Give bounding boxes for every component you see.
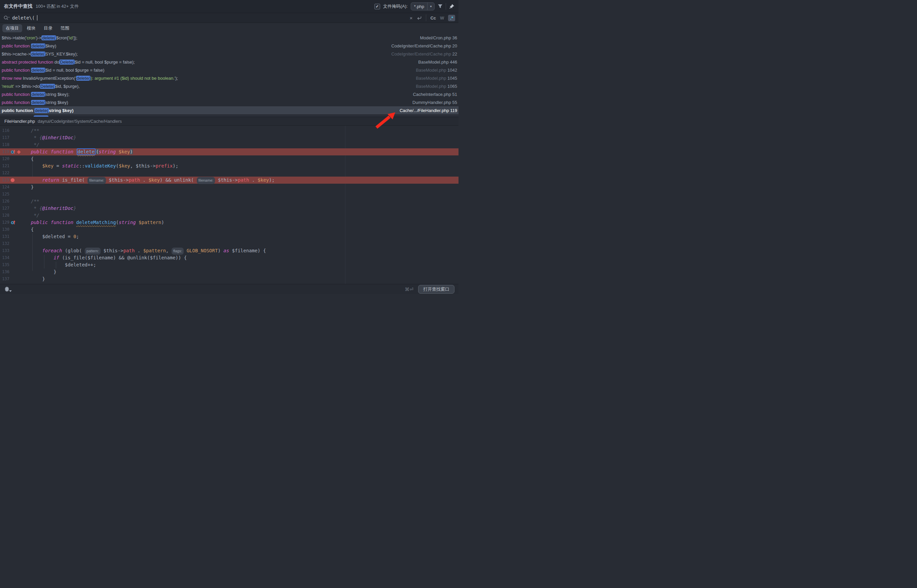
result-file-reference: BaseModel.php 1045 xyxy=(416,76,457,81)
scope-tab-3[interactable]: 目录 xyxy=(40,24,56,32)
file-mask-label: 文件掩码(A): xyxy=(383,3,408,10)
gutter-icons[interactable] xyxy=(10,219,16,226)
code-line: 123 return is_file( filename: $this->pat… xyxy=(0,177,458,184)
search-result-row[interactable]: public function delete(string $key)Cache… xyxy=(0,106,458,115)
scope-tab-2[interactable]: 模块 xyxy=(24,24,39,32)
line-number: 129 xyxy=(0,219,10,226)
dialog-title: 在文件中查找 xyxy=(4,3,32,10)
match-highlight: delete( xyxy=(76,76,91,81)
search-result-row[interactable]: 'result' => $this->doDelete($id, $purge)… xyxy=(0,82,458,90)
pin-icon[interactable] xyxy=(449,4,454,9)
chevron-down-icon[interactable]: ▼ xyxy=(428,5,434,8)
whole-words-toggle[interactable]: W xyxy=(440,16,444,21)
code-editor-preview[interactable]: 116 /**117 * {@inheritDoc}118 */119 publ… xyxy=(0,126,458,284)
code-line: 127 * {@inheritDoc} xyxy=(0,205,458,212)
line-number: 125 xyxy=(0,191,10,198)
result-file-reference: Model/Cron.php 36 xyxy=(420,36,457,40)
search-bar: delete\( × Cc W .* xyxy=(0,13,458,23)
result-file-reference: DummyHandler.php 55 xyxy=(412,100,457,105)
file-mask-checkbox[interactable]: ✓ xyxy=(375,4,380,10)
scope-tab-1[interactable]: 在项目 xyxy=(2,24,22,32)
search-results-list: $this->table('cron')->delete($cron['id']… xyxy=(0,34,458,117)
code-line: 121 $key = static::validateKey($key, $th… xyxy=(0,163,458,170)
gutter-icons[interactable] xyxy=(10,177,15,184)
file-mask-combo[interactable]: *.php ▼ xyxy=(411,2,434,10)
insert-newline-icon[interactable] xyxy=(417,16,422,20)
code-line: 122 xyxy=(0,170,458,177)
code-line: 116 /** xyxy=(0,127,458,134)
line-number: 128 xyxy=(0,212,10,219)
code-line: 128 */ xyxy=(0,212,458,219)
code-line: 120 { xyxy=(0,155,458,163)
result-file-reference: BaseModel.php 446 xyxy=(418,60,457,65)
line-number: 117 xyxy=(0,134,10,141)
clear-search-icon[interactable]: × xyxy=(410,16,413,21)
line-number: 132 xyxy=(0,240,10,247)
search-result-row[interactable]: public function delete(string $key)Dummy… xyxy=(0,98,458,106)
match-highlight: delete( xyxy=(31,92,46,97)
match-summary: 100+ 匹配 in 42+ 文件 xyxy=(36,3,79,10)
code-line: 132 xyxy=(0,240,458,247)
line-number: 130 xyxy=(0,226,10,233)
code-line: 119 public function delete(string $key) xyxy=(0,149,458,155)
line-number: 135 xyxy=(0,262,10,268)
search-result-row[interactable]: throw new InvalidArgumentException('dele… xyxy=(0,74,458,82)
code-line: 130 { xyxy=(0,226,458,233)
preview-file-path: dayrui/CodeIgniter/System/Cache/Handlers xyxy=(38,119,122,124)
line-number: 137 xyxy=(0,276,10,283)
match-highlight: delete( xyxy=(31,44,46,48)
match-highlight: delete( xyxy=(41,36,56,40)
code-line: 137 } xyxy=(0,276,458,283)
search-result-row[interactable]: public function delete(string $key);Cach… xyxy=(0,90,458,98)
editor-match-occurrence: delete xyxy=(78,149,95,154)
search-result-row[interactable]: $this->table('cron')->delete($cron['id']… xyxy=(0,34,458,42)
line-number: 123 xyxy=(0,177,10,184)
regex-toggle[interactable]: .* xyxy=(448,15,455,21)
line-number: 121 xyxy=(0,163,10,170)
line-number: 116 xyxy=(0,127,10,134)
preview-file-header: FileHandler.php dayrui/CodeIgniter/Syste… xyxy=(0,117,458,126)
find-in-files-header: 在文件中查找 100+ 匹配 in 42+ 文件 ✓ 文件掩码(A): *.ph… xyxy=(0,0,458,13)
line-number: 124 xyxy=(0,184,10,191)
gear-icon[interactable] xyxy=(4,286,12,292)
text-caret xyxy=(37,15,37,21)
code-line: 131 $deleted = 0; xyxy=(0,233,458,240)
line-number: 122 xyxy=(0,170,10,177)
result-file-reference: CodeIgniter/Extend/Cache.php 22 xyxy=(391,52,457,57)
match-highlight: Delete( xyxy=(59,60,75,65)
match-highlight: Delete( xyxy=(40,84,55,89)
result-file-reference: BaseModel.php 1042 xyxy=(416,68,457,73)
match-highlight: delete( xyxy=(31,68,46,73)
code-line: 135 $deleted++; xyxy=(0,262,458,268)
search-result-row[interactable]: public function delete($id = null, bool … xyxy=(0,66,458,74)
match-highlight: delete( xyxy=(31,52,45,57)
override-method-icon xyxy=(10,149,16,154)
dialog-footer: ⌘⏎ 打开查找窗口 xyxy=(0,284,458,294)
line-number: 126 xyxy=(0,198,10,205)
match-case-toggle[interactable]: Cc xyxy=(430,16,436,21)
code-line: 118 */ xyxy=(0,141,458,149)
search-result-row[interactable]: abstract protected function doDelete($id… xyxy=(0,58,458,66)
search-result-row[interactable]: $this->cache->delete(SYS_KEY.$key);CodeI… xyxy=(0,50,458,58)
code-line: 126 /** xyxy=(0,198,458,205)
code-line: 124 } xyxy=(0,184,458,191)
line-number: 133 xyxy=(0,247,10,254)
code-line: 125 xyxy=(0,191,458,198)
line-number: 120 xyxy=(0,155,10,163)
match-highlight: delete( xyxy=(34,108,49,113)
search-result-row[interactable]: public function delete($key)CodeIgniter/… xyxy=(0,42,458,50)
search-icon[interactable] xyxy=(3,15,10,21)
code-line: 129 public function deleteMatching(strin… xyxy=(0,219,458,226)
filter-icon[interactable] xyxy=(438,4,443,9)
code-line: 134 if (is_file($filename) && @unlink($f… xyxy=(0,254,458,262)
search-input[interactable]: delete\( xyxy=(12,15,35,21)
line-number: 136 xyxy=(0,268,10,276)
scope-tab-4[interactable]: 范围 xyxy=(57,24,73,32)
result-file-reference: Cache/.../FileHandler.php 119 xyxy=(400,108,457,113)
result-file-reference: CacheInterface.php 51 xyxy=(413,92,457,97)
code-line: 133 foreach (glob( pattern: $this->path … xyxy=(0,247,458,254)
line-number: 119 xyxy=(0,149,10,155)
open-find-window-button[interactable]: 打开查找窗口 xyxy=(418,285,454,294)
code-line: 117 * {@inheritDoc} xyxy=(0,134,458,141)
override-method-icon xyxy=(10,220,16,225)
